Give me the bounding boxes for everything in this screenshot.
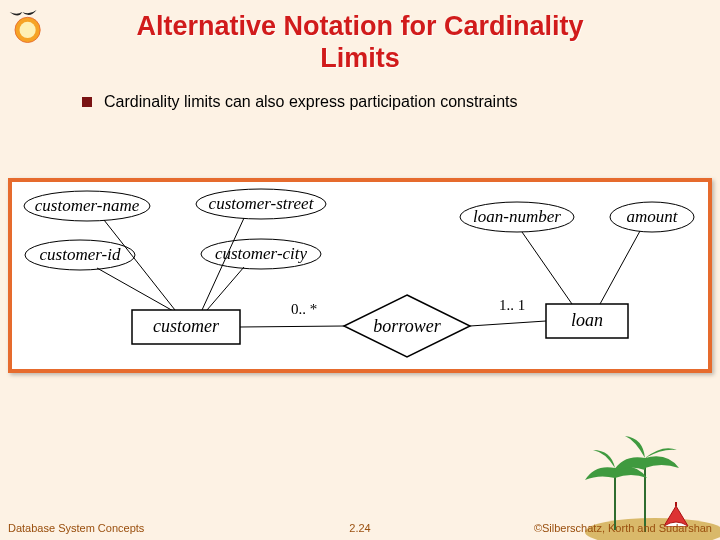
footer-copyright: ©Silberschatz, Korth and Sudarshan [534, 522, 712, 534]
footer-page-number: 2.24 [349, 522, 370, 534]
cardinality-right: 1.. 1 [499, 297, 525, 313]
bullet-text: Cardinality limits can also express part… [104, 93, 518, 111]
er-diagram-frame: customer-name customer-id customer-stree… [8, 178, 712, 373]
bullet-square-icon [82, 97, 92, 107]
sun-decoration [6, 6, 60, 52]
svg-point-1 [20, 22, 36, 38]
relationship-borrower: borrower [373, 316, 441, 336]
bullet-item: Cardinality limits can also express part… [82, 93, 720, 111]
footer-left: Database System Concepts [8, 522, 144, 534]
title-line-1: Alternative Notation for Cardinality [136, 11, 583, 41]
svg-line-18 [470, 321, 546, 326]
attr-customer-name: customer-name [35, 196, 140, 215]
er-diagram: customer-name customer-id customer-stree… [12, 182, 708, 369]
cardinality-left: 0.. * [291, 301, 317, 317]
footer: Database System Concepts 2.24 ©Silbersch… [0, 522, 720, 534]
svg-line-17 [240, 326, 344, 327]
attr-customer-street: customer-street [209, 194, 315, 213]
attr-loan-number: loan-number [473, 207, 561, 226]
entity-loan: loan [571, 310, 603, 330]
slide-title: Alternative Notation for Cardinality Lim… [0, 0, 720, 75]
svg-line-13 [600, 231, 640, 304]
attr-customer-city: customer-city [215, 244, 308, 263]
svg-line-12 [522, 232, 572, 304]
attr-customer-id: customer-id [40, 245, 121, 264]
svg-line-11 [207, 267, 244, 310]
attr-amount: amount [627, 207, 679, 226]
entity-customer: customer [153, 316, 220, 336]
svg-line-9 [97, 268, 175, 312]
title-line-2: Limits [320, 43, 400, 73]
